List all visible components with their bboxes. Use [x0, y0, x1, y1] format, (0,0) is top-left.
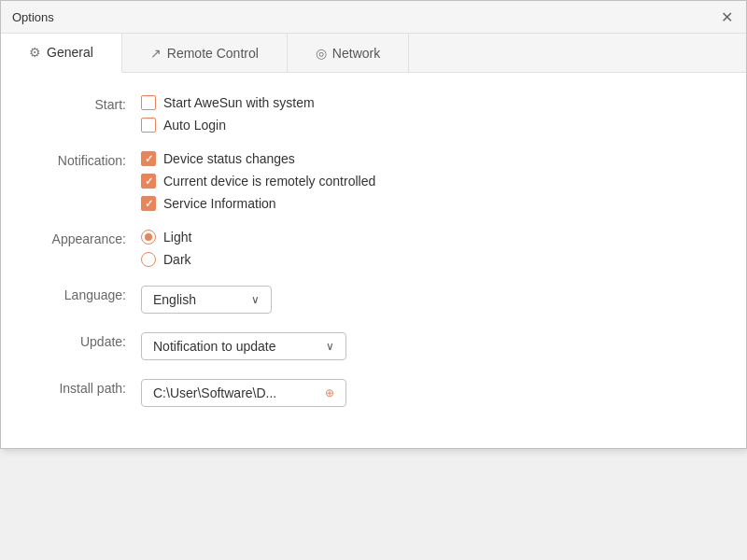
remote-controlled-checkbox[interactable]: Current device is remotely controlled — [141, 174, 375, 189]
tab-remote-control[interactable]: ↗ Remote Control — [122, 34, 288, 72]
tab-bar: ⚙ General ↗ Remote Control ◎ Network — [1, 34, 746, 73]
start-with-system-box — [141, 95, 156, 110]
start-row: Start: Start AweSun with system Auto Log… — [1, 95, 746, 133]
chevron-down-icon: ∨ — [251, 293, 260, 306]
notification-label: Notification: — [20, 151, 141, 168]
remote-controlled-label: Current device is remotely controlled — [163, 174, 375, 189]
close-button[interactable]: ✕ — [718, 8, 735, 25]
auto-login-checkbox[interactable]: Auto Login — [141, 118, 315, 133]
update-value: Notification to update — [153, 339, 276, 354]
path-label: Install path: — [20, 379, 141, 396]
start-with-system-label: Start AweSun with system — [163, 95, 315, 110]
tab-general[interactable]: ⚙ General — [1, 34, 122, 73]
window-title: Options — [12, 10, 54, 24]
start-with-system-checkbox[interactable]: Start AweSun with system — [141, 95, 315, 110]
language-controls: English ∨ — [141, 286, 272, 314]
title-bar: Options ✕ — [1, 1, 746, 34]
network-icon: ◎ — [316, 46, 327, 61]
remote-controlled-box — [141, 174, 156, 189]
notification-row: Notification: Device status changes Curr… — [1, 151, 746, 211]
chevron-down-icon-3: ⊕ — [325, 386, 334, 399]
update-row: Update: Notification to update ∨ — [1, 332, 746, 360]
tab-content-general: Start: Start AweSun with system Auto Log… — [1, 73, 746, 448]
update-controls: Notification to update ∨ — [141, 332, 346, 360]
update-label: Update: — [20, 332, 141, 349]
tab-general-label: General — [47, 45, 93, 60]
remote-icon: ↗ — [150, 46, 162, 61]
dark-radio-circle — [141, 252, 156, 267]
auto-login-label: Auto Login — [163, 118, 226, 133]
language-row: Language: English ∨ — [1, 286, 746, 314]
start-controls: Start AweSun with system Auto Login — [141, 95, 315, 133]
dark-radio[interactable]: Dark — [141, 252, 191, 267]
gear-icon: ⚙ — [29, 45, 41, 60]
appearance-controls: Light Dark — [141, 230, 191, 267]
language-label: Language: — [20, 286, 141, 302]
device-status-box — [141, 151, 156, 166]
appearance-row: Appearance: Light Dark — [1, 230, 746, 267]
service-info-box — [141, 196, 156, 211]
path-select[interactable]: C:\User\Software\D... ⊕ — [141, 379, 346, 407]
service-info-checkbox[interactable]: Service Information — [141, 196, 375, 211]
path-row: Install path: C:\User\Software\D... ⊕ — [1, 379, 746, 407]
device-status-label: Device status changes — [163, 151, 295, 166]
path-value: C:\User\Software\D... — [153, 385, 276, 400]
notification-controls: Device status changes Current device is … — [141, 151, 375, 211]
appearance-label: Appearance: — [20, 230, 141, 246]
language-select[interactable]: English ∨ — [141, 286, 272, 314]
start-label: Start: — [20, 95, 141, 112]
language-value: English — [153, 292, 196, 307]
tab-network[interactable]: ◎ Network — [288, 34, 409, 72]
chevron-down-icon-2: ∨ — [326, 340, 334, 353]
light-label: Light — [163, 230, 191, 245]
path-controls: C:\User\Software\D... ⊕ — [141, 379, 346, 407]
tab-network-label: Network — [332, 46, 380, 61]
tab-remote-control-label: Remote Control — [167, 46, 259, 61]
dark-label: Dark — [163, 252, 191, 267]
update-select[interactable]: Notification to update ∨ — [141, 332, 346, 360]
light-radio-circle — [141, 230, 156, 245]
auto-login-box — [141, 118, 156, 133]
device-status-checkbox[interactable]: Device status changes — [141, 151, 375, 166]
service-info-label: Service Information — [163, 196, 276, 211]
light-radio[interactable]: Light — [141, 230, 191, 245]
options-window: Options ✕ ⚙ General ↗ Remote Control ◎ N… — [0, 0, 747, 449]
